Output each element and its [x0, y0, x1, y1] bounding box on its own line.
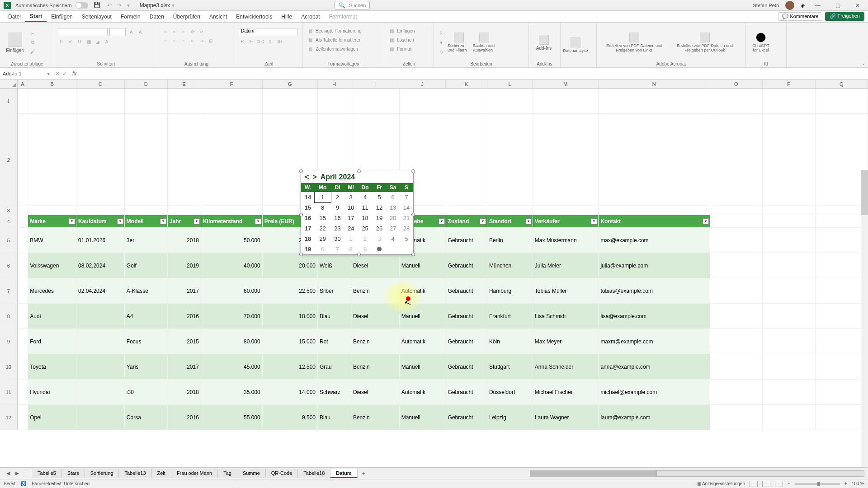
cell[interactable]: Benzin [351, 278, 400, 303]
cell[interactable]: Gebraucht [446, 278, 487, 303]
cell[interactable] [763, 329, 815, 354]
calendar-day[interactable]: 27 [386, 223, 400, 234]
resize-handle[interactable] [299, 253, 303, 256]
cell[interactable] [487, 206, 533, 215]
align-bottom-icon[interactable]: ≡ [180, 28, 187, 35]
cell[interactable]: 14.000 [263, 380, 318, 404]
decrease-decimal-icon[interactable]: .00 [275, 38, 282, 45]
cell[interactable] [28, 206, 76, 215]
tab-entwicklertools[interactable]: Entwicklertools [231, 11, 277, 22]
cell[interactable] [710, 253, 763, 278]
cell[interactable]: Diesel [351, 304, 400, 328]
tab-ansicht[interactable]: Ansicht [205, 11, 231, 22]
cell[interactable] [201, 114, 263, 206]
cell[interactable]: 15.000 [263, 329, 318, 354]
cell[interactable]: Berlin [487, 228, 533, 253]
sheet-tab[interactable]: Summe [237, 469, 266, 478]
thousands-icon[interactable]: 000 [257, 38, 264, 45]
cell[interactable]: laura@example.com [599, 405, 710, 430]
orientation-icon[interactable]: ⟳ [189, 28, 196, 35]
cell[interactable] [76, 206, 125, 215]
format-as-table-button[interactable]: ▦Als Tabelle formatieren [307, 36, 380, 43]
col-header[interactable]: Q [816, 80, 868, 88]
row-header[interactable]: 8 [0, 304, 18, 328]
col-header[interactable]: F [201, 80, 263, 88]
cell[interactable] [710, 114, 763, 206]
calendar-day[interactable]: 26 [373, 223, 386, 234]
share-button[interactable]: 🔗 Freigeben [825, 12, 864, 21]
cell[interactable]: Toyota [28, 354, 76, 379]
cell[interactable]: Corsa [125, 405, 168, 430]
align-left-icon[interactable]: ≡ [162, 37, 169, 44]
align-right-icon[interactable]: ≡ [180, 37, 187, 44]
format-painter-icon[interactable]: 🖌 [29, 48, 36, 55]
sheet-tab[interactable]: Tabelle13 [119, 469, 151, 478]
calendar-day[interactable]: 3 [344, 192, 358, 202]
cell[interactable]: Mercedes [28, 278, 76, 303]
filename[interactable]: Mappe3.xlsx [140, 2, 170, 9]
filter-dropdown-icon[interactable]: ▾ [703, 218, 709, 225]
filter-dropdown-icon[interactable]: ▾ [525, 218, 532, 225]
cell[interactable]: 3er [125, 228, 168, 253]
calendar-day[interactable]: 10 [344, 202, 358, 213]
filter-dropdown-icon[interactable]: ▾ [591, 218, 597, 225]
cell[interactable]: Hamburg [487, 278, 533, 303]
cell[interactable] [446, 89, 487, 113]
cell[interactable] [18, 304, 28, 328]
cell[interactable] [816, 304, 868, 328]
merge-icon[interactable]: ⊞ [207, 37, 214, 44]
resize-handle[interactable] [411, 169, 415, 173]
cell[interactable]: 40.000 [201, 253, 263, 278]
cell[interactable]: Benzin [351, 405, 400, 430]
col-header[interactable]: P [763, 80, 815, 88]
cell[interactable] [710, 329, 763, 354]
next-month-icon[interactable]: > [312, 173, 316, 181]
col-header[interactable]: E [168, 80, 201, 88]
close-button[interactable]: ✕ [851, 1, 864, 9]
bold-icon[interactable]: F [58, 38, 65, 45]
cell[interactable] [816, 206, 868, 215]
align-top-icon[interactable]: ≡ [162, 28, 169, 35]
tab-einfuegen[interactable]: Einfügen [47, 11, 77, 22]
chatgpt-button[interactable]: ChatGPT for Excel [750, 33, 772, 52]
filter-dropdown-icon[interactable]: ▾ [480, 218, 486, 225]
cell[interactable]: 2016 [168, 304, 201, 328]
cell[interactable] [816, 405, 868, 430]
redo-icon[interactable]: ↷ [117, 2, 123, 9]
minimize-button[interactable]: — [811, 1, 825, 9]
cell[interactable]: 20.000 [263, 253, 318, 278]
col-header[interactable]: N [599, 80, 710, 88]
accessibility-status[interactable]: Barrierefreiheit: Untersuchen [32, 481, 90, 486]
cell[interactable]: Silber [318, 278, 351, 303]
sheet-tab[interactable]: QR-Code [266, 469, 298, 478]
calendar-day[interactable]: 1 [344, 234, 358, 244]
cell[interactable] [533, 114, 599, 206]
calendar-day[interactable]: 4 [358, 192, 373, 202]
cell-styles-button[interactable]: ▦Zellenformatvorlagen [307, 45, 380, 52]
cell[interactable] [763, 215, 815, 227]
cell[interactable]: 2017 [168, 278, 201, 303]
cell[interactable]: Schwarz [318, 380, 351, 404]
row-header[interactable]: 12 [0, 405, 18, 430]
calendar-day[interactable]: 16 [331, 213, 344, 223]
accessibility-icon[interactable]: ♿ [21, 481, 26, 486]
align-middle-icon[interactable]: ≡ [171, 28, 178, 35]
cell[interactable]: 80.000 [201, 329, 263, 354]
cell[interactable]: 2016 [168, 405, 201, 430]
sheet-tab[interactable]: Sortierung [85, 469, 119, 478]
row-header[interactable]: 2 [0, 114, 18, 206]
cell[interactable] [710, 206, 763, 215]
prev-month-icon[interactable]: < [305, 173, 309, 181]
cell[interactable] [76, 89, 125, 113]
cell[interactable] [763, 206, 815, 215]
cell[interactable] [125, 114, 168, 206]
pdf-link-button[interactable]: Erstellen von PDF-Dateien und Freigeben … [600, 33, 668, 52]
cell[interactable] [18, 405, 28, 430]
cell[interactable] [816, 89, 868, 113]
cell[interactable]: tobias@example.com [599, 278, 710, 303]
zoom-out-icon[interactable]: − [788, 481, 790, 486]
cell[interactable] [763, 253, 815, 278]
calendar-day[interactable]: 25 [358, 223, 373, 234]
cell[interactable] [18, 329, 28, 354]
cell[interactable]: 55.000 [201, 405, 263, 430]
